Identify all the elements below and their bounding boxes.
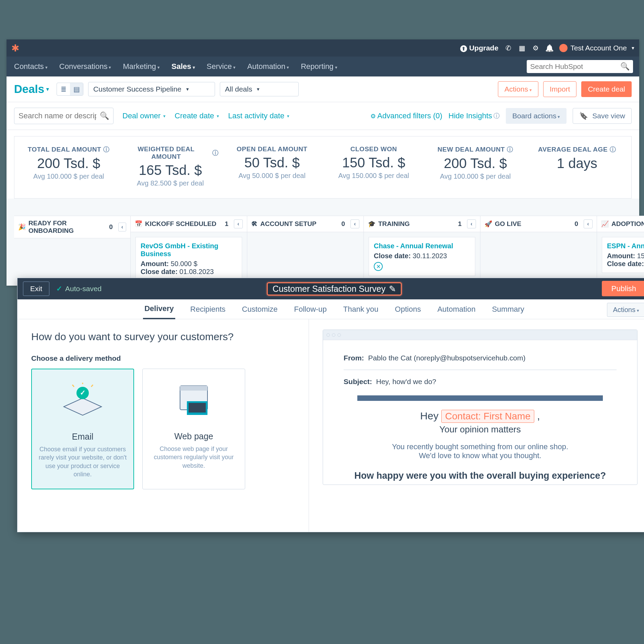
column-title: READY FOR ONBOARDING: [28, 219, 104, 235]
collapse-column-button[interactable]: ‹: [350, 219, 359, 228]
deal-card-title: RevOS GmbH - Existing Business: [141, 242, 237, 258]
column-count: 0: [572, 220, 581, 228]
delivery-card-webpage[interactable]: Web page Choose web page if your custome…: [142, 369, 245, 489]
svg-text:✓: ✓: [80, 389, 86, 396]
advanced-filters-label: Advanced filters (0): [377, 111, 442, 120]
settings-icon[interactable]: [532, 44, 539, 52]
upgrade-button[interactable]: Upgrade: [460, 44, 498, 52]
account-name: Test Account One: [570, 44, 627, 52]
save-view-button[interactable]: Save view: [573, 108, 632, 124]
collapse-column-button[interactable]: ‹: [467, 219, 476, 228]
deals-title[interactable]: Deals: [14, 83, 49, 96]
personalization-token[interactable]: Contact: First Name: [441, 410, 534, 423]
column-count: 0: [106, 223, 116, 231]
remove-badge-icon[interactable]: ✕: [374, 262, 383, 271]
column-count: 1: [455, 220, 464, 228]
nav-reporting[interactable]: Reporting: [299, 62, 338, 71]
hide-insights-button[interactable]: Hide Insights: [449, 111, 500, 120]
metric-weighted-deal-amount: WEIGHTED DEAL AMOUNT 165 Tsd. $ Avg 82.5…: [120, 144, 222, 189]
filter-create-date[interactable]: Create date: [175, 111, 219, 120]
survey-actions-button[interactable]: Actions: [607, 303, 644, 317]
tab-customize[interactable]: Customize: [241, 300, 279, 319]
actions-button[interactable]: Actions: [498, 81, 538, 97]
filters-row: Deal owner Create date Last activity dat…: [7, 102, 639, 130]
deal-card[interactable]: ESPN - AnnuaAmount: 150.0Close date: 08: [602, 237, 644, 273]
exit-button[interactable]: Exit: [23, 282, 49, 296]
deal-card-title: Chase - Annual Renewal: [374, 242, 470, 250]
svg-marker-1: [64, 398, 102, 415]
deals-toolbar: Deals Customer Success Pipeline All deal…: [7, 76, 639, 102]
main-nav: Contacts Conversations Marketing Sales S…: [7, 57, 639, 76]
nav-contacts[interactable]: Contacts: [13, 62, 49, 71]
nav-conversations[interactable]: Conversations: [58, 62, 113, 71]
collapse-column-button[interactable]: ‹: [234, 219, 243, 228]
advanced-filters-button[interactable]: Advanced filters (0): [370, 111, 442, 120]
save-view-label: Save view: [592, 112, 625, 120]
deals-search[interactable]: [14, 108, 114, 124]
collapse-column-button[interactable]: ‹: [584, 219, 593, 228]
tab-summary[interactable]: Summary: [491, 300, 526, 319]
preview-window-chrome: [323, 330, 637, 340]
delivery-card-webpage-desc: Choose web page if your customers regula…: [149, 445, 239, 470]
publish-button[interactable]: Publish: [602, 281, 644, 296]
info-icon[interactable]: [610, 145, 616, 154]
view-select-label: All deals: [225, 85, 252, 93]
notifications-icon[interactable]: [546, 44, 553, 52]
deal-card-close-date: Close date: 08: [607, 260, 644, 268]
tab-recipients[interactable]: Recipients: [189, 300, 227, 319]
survey-title[interactable]: Customer Satisfaction Survey: [267, 282, 402, 296]
delivery-card-email-desc: Choose email if your customers rarely vi…: [38, 445, 127, 478]
preview-greeting: Hey Contact: First Name ,: [344, 410, 617, 423]
import-button[interactable]: Import: [543, 81, 577, 97]
tab-automation[interactable]: Automation: [436, 300, 477, 319]
app-window: ✱ Upgrade Test Account One Contacts Conv…: [7, 39, 639, 286]
nav-automation[interactable]: Automation: [246, 62, 290, 71]
info-icon[interactable]: [507, 145, 513, 154]
info-icon[interactable]: [212, 149, 219, 157]
filter-last-activity[interactable]: Last activity date: [228, 111, 289, 120]
info-icon[interactable]: [103, 145, 110, 154]
preview-subline: Your opinion matters: [344, 424, 617, 435]
survey-title-text: Customer Satisfaction Survey: [273, 284, 385, 294]
create-deal-button[interactable]: Create deal: [581, 81, 632, 97]
check-icon: [56, 285, 62, 293]
deal-card[interactable]: Chase - Annual RenewalClose date: 30.11.…: [369, 237, 475, 276]
collapse-column-button[interactable]: ‹: [118, 223, 126, 231]
delivery-card-email[interactable]: ✓ Email Choose email if your customers r…: [31, 369, 134, 489]
survey-heading: How do you want to survey your customers…: [31, 331, 295, 343]
tab-options[interactable]: Options: [394, 300, 422, 319]
preview-header-bar: [357, 395, 603, 401]
autosave-label: Auto-saved: [65, 285, 102, 293]
view-select[interactable]: All deals: [220, 82, 299, 96]
board-view-button[interactable]: [70, 83, 83, 95]
nav-sales[interactable]: Sales: [170, 62, 196, 71]
deal-card[interactable]: RevOS GmbH - Existing BusinessAmount: 50…: [135, 237, 242, 281]
view-toggle: [57, 83, 83, 96]
svg-line-4: [72, 385, 74, 387]
board-column: 📅KICKOFF SCHEDULED1‹RevOS GmbH - Existin…: [131, 216, 247, 286]
marketplace-icon[interactable]: [518, 44, 526, 52]
survey-body: How do you want to survey your customers…: [17, 319, 644, 532]
phone-icon[interactable]: [504, 44, 512, 52]
pencil-icon[interactable]: [389, 284, 396, 294]
choose-delivery-label: Choose a delivery method: [31, 354, 295, 362]
tab-follow-up[interactable]: Follow-up: [293, 300, 328, 319]
hubspot-logo[interactable]: ✱: [11, 43, 19, 54]
avatar: [559, 44, 568, 52]
email-illustration: ✓: [38, 378, 127, 426]
deals-search-input[interactable]: [19, 111, 96, 120]
board-actions-button[interactable]: Board actions: [506, 108, 567, 124]
svg-line-5: [91, 385, 93, 387]
tab-thank-you[interactable]: Thank you: [342, 300, 380, 319]
column-title: GO LIVE: [495, 220, 521, 228]
global-search[interactable]: [527, 60, 633, 73]
tab-delivery[interactable]: Delivery: [143, 299, 175, 319]
filter-deal-owner[interactable]: Deal owner: [122, 111, 166, 120]
nav-service[interactable]: Service: [205, 62, 237, 71]
list-view-button[interactable]: [57, 83, 70, 95]
nav-marketing[interactable]: Marketing: [121, 62, 161, 71]
column-title: TRAINING: [378, 220, 410, 228]
pipeline-select[interactable]: Customer Success Pipeline: [88, 82, 215, 96]
account-menu[interactable]: Test Account One: [559, 44, 634, 52]
global-search-input[interactable]: [530, 62, 620, 71]
